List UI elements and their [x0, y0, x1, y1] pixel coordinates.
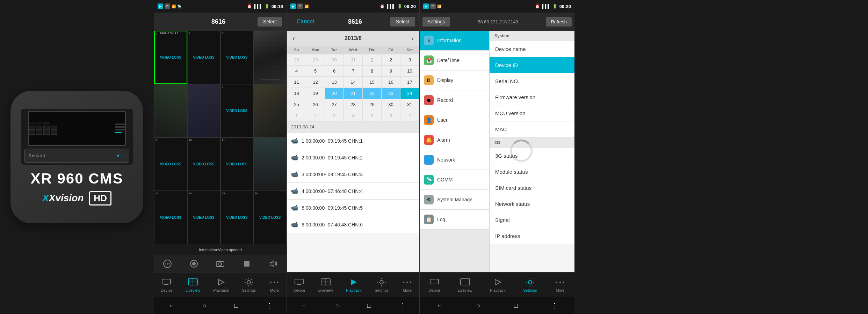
home-button-2[interactable]: ○ [335, 302, 339, 309]
cal-day[interactable]: 27 [325, 99, 344, 110]
recents-button-3[interactable]: □ [514, 302, 518, 309]
nav-settings-3[interactable]: Settings [523, 278, 537, 292]
cal-day[interactable]: 19 [306, 88, 325, 99]
video-cell-13[interactable]: 13 VIDEO LOSS [154, 191, 187, 244]
video-cell-6[interactable]: 6 [187, 84, 220, 137]
select-button-2[interactable]: Select [390, 17, 415, 27]
cal-day-highlighted[interactable]: 21 [344, 88, 363, 99]
recording-item-6[interactable]: 📹 6 00:00:00- 07:46:48 CHN:6 [287, 216, 419, 233]
back-button-3[interactable]: ← [436, 302, 443, 309]
nav-settings-1[interactable]: Settings [242, 278, 256, 292]
back-button-2[interactable]: ← [301, 302, 307, 309]
menu-button-3[interactable]: ⋮ [551, 302, 558, 309]
cal-day[interactable]: 9 [382, 66, 400, 77]
settings-menu-network[interactable]: 🌐 Network [420, 150, 489, 170]
submenu-network-status[interactable]: Network status [490, 196, 574, 212]
video-cell-16[interactable]: 16 VIDEO LOSS [253, 191, 287, 244]
submenu-device-id[interactable]: Device ID [490, 57, 574, 73]
cal-day[interactable]: 29 [306, 54, 325, 66]
video-cell-2[interactable]: 2 VIDEO LOSS [187, 31, 220, 84]
video-cell-4[interactable]: 4 [253, 31, 287, 84]
cal-day[interactable]: 6 [382, 110, 400, 121]
cal-day[interactable]: 14 [344, 77, 363, 88]
cal-day[interactable]: 3 [400, 54, 419, 66]
cal-day[interactable]: 25 [287, 99, 306, 110]
cal-day[interactable]: 8 [363, 66, 382, 77]
home-button-3[interactable]: ○ [476, 302, 480, 309]
nav-playback-2[interactable]: Playback [346, 278, 362, 292]
nav-more-1[interactable]: More [269, 278, 280, 292]
submenu-signal[interactable]: Signal [490, 212, 574, 228]
ptz-icon[interactable]: PTZ [162, 258, 173, 269]
cal-day[interactable]: 6 [325, 66, 344, 77]
cal-day[interactable]: 5 [306, 66, 325, 77]
volume-icon[interactable] [268, 258, 279, 269]
stop-icon[interactable] [241, 258, 252, 269]
cal-day[interactable]: 5 [363, 110, 382, 121]
settings-menu-display[interactable]: 🖥 Display [420, 70, 489, 90]
settings-menu-alarm[interactable]: 🔔 Alarm [420, 130, 489, 150]
submenu-ip-address[interactable]: IP address [490, 228, 574, 244]
nav-device-3[interactable]: Device [428, 278, 440, 292]
settings-tab[interactable]: Settings [422, 17, 450, 27]
cal-today[interactable]: 24 [400, 88, 419, 99]
cal-day[interactable]: 2 [382, 54, 400, 66]
submenu-firmware-version[interactable]: Firmware version [490, 89, 574, 105]
cal-day[interactable]: 30 [382, 99, 400, 110]
settings-menu-comm[interactable]: 📡 COMM [420, 170, 489, 190]
video-cell-12[interactable]: 12 [253, 137, 287, 191]
video-cell-7[interactable]: 7 VIDEO LOSS [220, 84, 254, 137]
cal-day[interactable]: 28 [344, 99, 363, 110]
cal-day[interactable]: 31 [400, 99, 419, 110]
submenu-serial-no[interactable]: Serial NO. [490, 73, 574, 89]
cal-day[interactable]: 15 [363, 77, 382, 88]
settings-menu-log[interactable]: 📋 Log [420, 210, 489, 230]
menu-button-1[interactable]: ⋮ [266, 302, 273, 309]
video-cell-10[interactable]: 10 VIDEO LOSS [187, 137, 220, 191]
nav-more-3[interactable]: More [555, 278, 566, 292]
nav-settings-2[interactable]: Settings [375, 278, 389, 292]
select-button-1[interactable]: Select [258, 17, 282, 27]
cal-day[interactable]: 17 [400, 77, 419, 88]
settings-menu-user[interactable]: 👤 User [420, 110, 489, 130]
nav-liveview-1[interactable]: Liveview [186, 278, 200, 292]
camera-icon[interactable] [215, 258, 226, 269]
cal-day[interactable]: 13 [325, 77, 344, 88]
nav-liveview-3[interactable]: Liveview [458, 278, 472, 292]
back-button-1[interactable]: ← [168, 302, 174, 309]
video-cell-14[interactable]: 14 VIDEO LOSS [187, 191, 220, 244]
cal-day[interactable]: 1 [287, 110, 306, 121]
nav-playback-1[interactable]: Playback [213, 278, 229, 292]
video-cell-9[interactable]: 9 VIDEO LOSS [154, 137, 187, 191]
prev-month-button[interactable]: ‹ [292, 34, 295, 42]
nav-device-1[interactable]: Device [161, 278, 173, 292]
recording-item-4[interactable]: 📹 4 00:00:00- 07:46:48 CHN:4 [287, 183, 419, 200]
nav-playback-3[interactable]: Playback [490, 278, 506, 292]
refresh-button[interactable]: Refresh [546, 17, 572, 27]
cal-day[interactable]: 16 [382, 77, 400, 88]
submenu-module-status[interactable]: Module status [490, 164, 574, 180]
home-button-1[interactable]: ○ [202, 302, 206, 309]
record-icon[interactable] [188, 258, 200, 269]
video-cell-5[interactable]: 5 [154, 84, 187, 137]
next-month-button[interactable]: › [411, 34, 414, 42]
cal-day[interactable]: 10 [400, 66, 419, 77]
cal-day[interactable]: 2 [306, 110, 325, 121]
cal-day[interactable]: 4 [287, 66, 306, 77]
nav-liveview-2[interactable]: Liveview [318, 278, 333, 292]
recording-item-2[interactable]: 📹 2 00:00:00- 09:19:45 CHN:2 [287, 149, 419, 166]
submenu-sim-card[interactable]: SIM card status [490, 180, 574, 196]
submenu-device-name[interactable]: Device name [490, 41, 574, 57]
cal-day[interactable]: 11 [287, 77, 306, 88]
cal-day[interactable]: 1 [363, 54, 382, 66]
cal-day[interactable]: 3 [325, 110, 344, 121]
cal-day[interactable]: 30 [325, 54, 344, 66]
video-cell-1[interactable]: 1 8/4/2013 09:19:1 VIDEO LOSS [154, 31, 187, 84]
cal-day[interactable]: 28 [287, 54, 306, 66]
settings-menu-system[interactable]: ⚙ System Manage [420, 190, 489, 210]
nav-device-2[interactable]: Device [294, 278, 305, 292]
cal-day[interactable]: 29 [363, 99, 382, 110]
nav-more-2[interactable]: More [402, 278, 413, 292]
video-cell-3[interactable]: 3 VIDEO LOSS [220, 31, 254, 84]
settings-menu-information[interactable]: ℹ Information [420, 31, 489, 51]
